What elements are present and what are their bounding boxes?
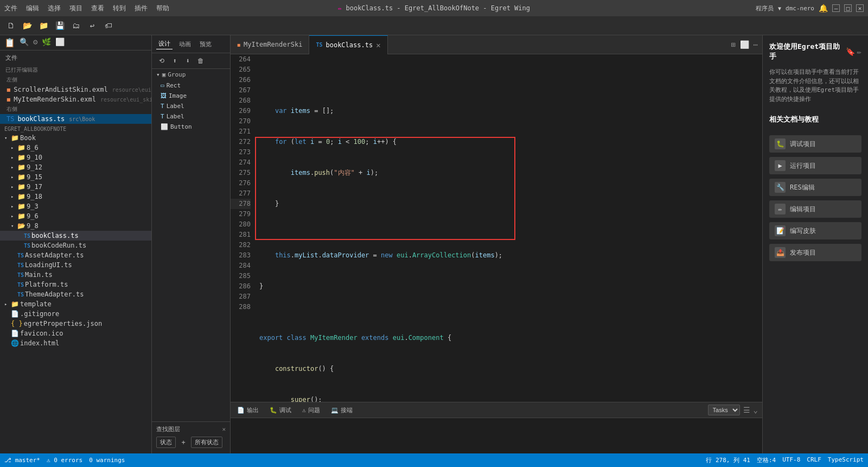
tree-917[interactable]: ▸ 📁 9_17 xyxy=(0,182,151,192)
extensions-icon[interactable]: ⬜ xyxy=(55,37,65,48)
language-mode[interactable]: TypeScript xyxy=(828,456,864,464)
publish-project-button[interactable]: 📤 发布项目 xyxy=(769,244,861,261)
tree-bookcoderun[interactable]: ▸ TS bookCodeRun.ts xyxy=(0,241,151,250)
tree-918[interactable]: ▸ 📁 9_18 xyxy=(0,192,151,201)
menu-bar[interactable]: 文件 编辑 选择 项目 查看 转到 插件 帮助 xyxy=(4,4,169,13)
menu-help[interactable]: 帮助 xyxy=(156,4,169,13)
component-image[interactable]: 🖼 Image xyxy=(152,91,230,101)
window-controls[interactable]: 程序员 ▼ dmc-nero 🔔 — □ ✕ xyxy=(756,4,864,12)
line-ending[interactable]: CRLF xyxy=(807,456,821,464)
edit-project-button[interactable]: ✏ 编辑项目 xyxy=(769,200,861,218)
tree-assetadapter[interactable]: ▸ TS AssetAdapter.ts xyxy=(0,250,151,260)
move-tool[interactable]: ⟲ xyxy=(156,55,167,66)
user-dropdown-icon[interactable]: ▼ xyxy=(778,5,781,11)
explorer-icon[interactable]: 📋 xyxy=(4,37,15,48)
git-icon[interactable]: 🌿 xyxy=(42,37,51,48)
tree-favicon[interactable]: ▸ 📄 favicon.ico xyxy=(0,329,151,338)
git-branch[interactable]: ⎇ master* xyxy=(4,457,40,464)
tab-output[interactable]: 📄 输出 xyxy=(235,405,261,415)
tree-main[interactable]: ▸ TS Main.ts xyxy=(0,270,151,280)
write-skin-button[interactable]: 📝 编写皮肤 xyxy=(769,222,861,239)
tree-96[interactable]: ▸ 📁 9_6 xyxy=(0,211,151,221)
status-label-btn[interactable]: 状态 xyxy=(156,437,176,448)
search-icon[interactable]: 🔍 xyxy=(20,37,29,48)
indent-size[interactable]: 空格:4 xyxy=(757,456,776,464)
tab-bookclass[interactable]: TS bookClass.ts ✕ xyxy=(309,35,387,54)
warnings-count[interactable]: 0 warnings xyxy=(89,457,125,464)
revert-button[interactable]: ↩ xyxy=(86,19,99,32)
design-tabs[interactable]: 设计 动画 预览 xyxy=(152,35,230,53)
tree-loadingui[interactable]: ▸ TS LoadingUI.ts xyxy=(0,260,151,270)
save-all-button[interactable]: 🗂 xyxy=(69,19,82,32)
close-button[interactable]: ✕ xyxy=(856,4,864,12)
tree-915[interactable]: ▸ 📁 9_15 xyxy=(0,172,151,182)
debug-project-button[interactable]: 🐛 调试项目 xyxy=(769,135,861,153)
restore-button[interactable]: □ xyxy=(844,4,852,12)
open-file-myitemrender[interactable]: ◼ MyItemRenderSkin.exml resource\eui_ski… xyxy=(0,94,151,104)
tasks-filter-icon[interactable]: ☰ xyxy=(743,406,750,414)
terminal-output[interactable] xyxy=(231,418,762,453)
more-actions-icon[interactable]: ⋯ xyxy=(754,40,758,49)
tree-912[interactable]: ▸ 📁 9_12 xyxy=(0,162,151,172)
tree-template[interactable]: ▸ 📁 template xyxy=(0,299,151,309)
tab-problems[interactable]: ⚠ 问题 xyxy=(300,405,322,415)
component-label2[interactable]: T Label xyxy=(152,111,230,122)
tree-egretprops[interactable]: ▸ { } egretProperties.json xyxy=(0,319,151,329)
menu-plugin[interactable]: 插件 xyxy=(135,4,148,13)
bookmark-button[interactable]: 🏷 xyxy=(102,19,115,32)
toggle-sidebar-icon[interactable]: ⬜ xyxy=(740,40,749,49)
encoding[interactable]: UTF-8 xyxy=(782,456,800,464)
menu-project[interactable]: 项目 xyxy=(69,4,82,13)
tree-gitignore[interactable]: ▸ 📄 .gitignore xyxy=(0,309,151,319)
tree-bookclass[interactable]: ▸ TS bookClass.ts xyxy=(0,231,151,241)
run-project-button[interactable]: ▶ 运行项目 xyxy=(769,157,861,174)
settings-icon[interactable]: ⚙ xyxy=(33,37,37,48)
close-tab-button[interactable]: ✕ xyxy=(376,41,380,49)
tree-98[interactable]: ▾ 📂 9_8 xyxy=(0,221,151,231)
tree-book[interactable]: ▾ 📁 Book xyxy=(0,133,151,143)
open-file-scrollerandskin[interactable]: ◼ ScrollerAndListSkin.exml resource\eui_… xyxy=(0,85,151,94)
tree-indexhtml[interactable]: ▸ 🌐 index.html xyxy=(0,338,151,348)
code-lines[interactable]: var items = []; for (let i = 0; i < 100;… xyxy=(255,54,762,402)
new-file-button[interactable]: 🗋 xyxy=(4,19,17,32)
tasks-expand-icon[interactable]: ⌄ xyxy=(754,406,758,414)
menu-select[interactable]: 选择 xyxy=(48,4,61,13)
tab-preview[interactable]: 预览 xyxy=(197,39,214,49)
tab-animation[interactable]: 动画 xyxy=(177,39,193,49)
tree-platform[interactable]: ▸ TS Platform.ts xyxy=(0,280,151,289)
tree-910[interactable]: ▸ 📁 9_10 xyxy=(0,153,151,162)
save-button[interactable]: 💾 xyxy=(53,19,66,32)
tab-design[interactable]: 设计 xyxy=(156,39,173,49)
menu-goto[interactable]: 转到 xyxy=(113,4,126,13)
open-file-button[interactable]: 📂 xyxy=(21,19,34,32)
tree-86[interactable]: ▸ 📁 8_6 xyxy=(0,143,151,153)
tab-debug[interactable]: 🐛 调试 xyxy=(267,405,293,415)
tasks-select[interactable]: Tasks xyxy=(708,405,740,415)
component-button[interactable]: ⬜ Button xyxy=(152,122,230,132)
menu-view[interactable]: 查看 xyxy=(91,4,104,13)
delete-tool[interactable]: 🗑 xyxy=(195,55,206,66)
cursor-position[interactable]: 行 278, 列 41 xyxy=(706,456,750,464)
tab-terminal[interactable]: 💻 接端 xyxy=(329,405,355,415)
code-editor[interactable]: 264 265 266 267 268 269 270 271 272 273 … xyxy=(231,54,762,402)
group-header[interactable]: ▾ ▣ Group xyxy=(152,69,230,80)
menu-file[interactable]: 文件 xyxy=(4,4,17,13)
notification-icon[interactable]: 🔔 xyxy=(819,4,828,12)
edit-right-icon[interactable]: ✏ xyxy=(857,47,861,56)
delete-down-tool[interactable]: ⬇ xyxy=(182,55,193,66)
menu-edit[interactable]: 编辑 xyxy=(26,4,39,13)
errors-count[interactable]: ⚠ 0 errors xyxy=(47,457,82,464)
close-find-button[interactable]: ✕ xyxy=(222,426,226,433)
add-status-button[interactable]: + xyxy=(178,437,189,448)
delete-up-tool[interactable]: ⬆ xyxy=(169,55,180,66)
component-label1[interactable]: T Label xyxy=(152,101,230,111)
bookmark-right-icon[interactable]: 🔖 xyxy=(846,47,855,56)
component-rect[interactable]: ▭ Rect xyxy=(152,80,230,91)
all-status-button[interactable]: 所有状态 xyxy=(191,437,222,448)
tree-themeadapter[interactable]: ▸ TS ThemeAdapter.ts xyxy=(0,289,151,299)
open-file-bookclass[interactable]: TS bookClass.ts src\Book xyxy=(0,114,151,124)
minimize-button[interactable]: — xyxy=(832,4,840,12)
res-edit-button[interactable]: 🔧 RES编辑 xyxy=(769,179,861,196)
open-folder-button[interactable]: 📁 xyxy=(37,19,50,32)
tab-myitemrender[interactable]: ◼ MyItemRenderSki xyxy=(231,35,309,54)
